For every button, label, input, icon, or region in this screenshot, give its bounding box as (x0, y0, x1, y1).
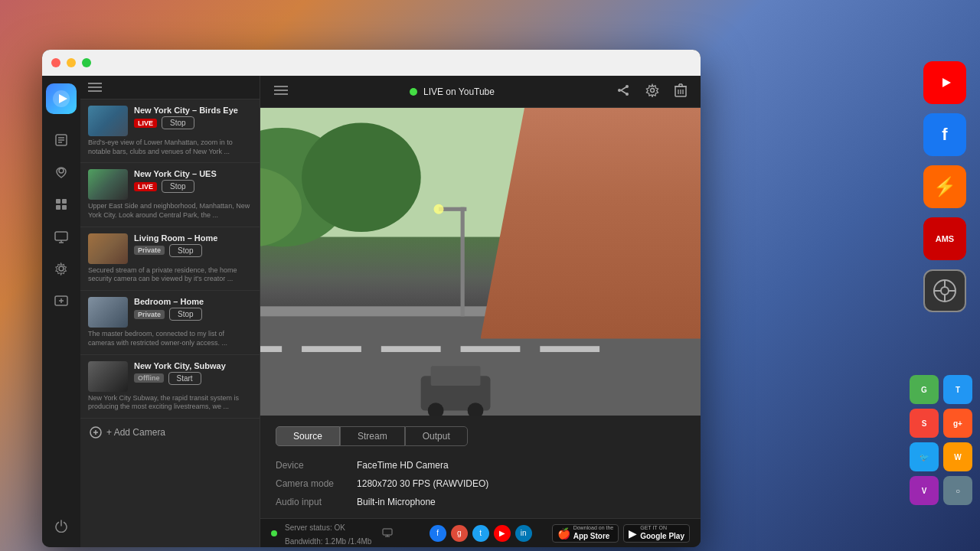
app-logo[interactable] (46, 83, 77, 114)
svg-rect-56 (580, 197, 599, 227)
camera-item-living-room[interactable]: Living Room – Home Private Stop Secured … (80, 227, 260, 291)
svg-point-37 (618, 89, 621, 92)
svg-rect-75 (383, 529, 392, 535)
sidebar-icon-settings[interactable] (47, 255, 75, 282)
delete-icon-button[interactable] (671, 80, 690, 103)
app-store-badge[interactable]: 🍎 Download on the App Store (552, 524, 619, 543)
sidebar-icon-grid[interactable] (47, 191, 75, 218)
status-badge-nyc1: LIVE (134, 119, 157, 128)
svg-rect-62 (260, 306, 701, 316)
menu-icon[interactable] (271, 82, 291, 102)
small-icon-tw[interactable]: 🐦 (910, 442, 939, 471)
app-store-name: App Store (573, 532, 614, 541)
social-google[interactable]: g (451, 525, 468, 542)
svg-rect-72 (431, 366, 481, 386)
svg-point-22 (59, 266, 64, 271)
desktop-icon-thunder[interactable]: ⚡ (923, 165, 966, 208)
svg-rect-18 (62, 205, 67, 210)
sidebar-icon-location[interactable] (47, 158, 75, 186)
top-bar-right (613, 80, 690, 103)
main-window: New York City – Birds Eye LIVE Stop Bird… (42, 50, 701, 547)
maximize-button[interactable] (82, 58, 91, 67)
status-badge-subway: Offline (134, 373, 164, 383)
google-play-badge[interactable]: ▶ GET IT ON Google Play (623, 524, 690, 543)
social-linkedin[interactable]: in (515, 525, 532, 542)
tab-stream[interactable]: Stream (340, 426, 405, 446)
stop-button-nyc1[interactable]: Stop (162, 116, 194, 129)
camera-item-subway[interactable]: New York City, Subway Offline Start New … (80, 355, 260, 419)
google-play-name: Google Play (640, 532, 684, 541)
status-bar: Server status: OK Bandwidth: 1.2Mb /1.4M… (260, 518, 701, 547)
camera-info-nyc2: New York City – UES LIVE Stop (134, 169, 252, 194)
social-icons: f g t ▶ in (430, 525, 532, 542)
stop-button-living[interactable]: Stop (169, 244, 202, 257)
camera-item-nyc-birds-eye[interactable]: New York City – Birds Eye LIVE Stop Bird… (80, 99, 260, 163)
small-icon-g2[interactable]: g+ (943, 409, 972, 438)
close-button[interactable] (51, 58, 60, 67)
tab-output[interactable]: Output (405, 426, 468, 446)
camera-name-bedroom: Bedroom – Home (134, 297, 252, 306)
social-twitter[interactable]: t (472, 525, 489, 542)
camera-info-subway: New York City, Subway Offline Start (134, 361, 252, 386)
social-youtube[interactable]: ▶ (494, 525, 511, 542)
tab-source[interactable]: Source (276, 426, 340, 446)
small-icon-s[interactable]: S (910, 409, 939, 438)
desktop-icon-facebook[interactable]: f (923, 113, 966, 156)
svg-rect-58 (639, 197, 659, 227)
desktop-icon-sniper[interactable] (923, 269, 966, 312)
sidebar-icon-display[interactable] (47, 223, 75, 250)
live-indicator-dot (410, 88, 417, 96)
camera-thumb-living (88, 233, 128, 264)
camera-thumb-bedroom (88, 297, 128, 328)
tab-row: Source Stream Output (276, 426, 685, 446)
camera-item-nyc-ues[interactable]: New York City – UES LIVE Stop Upper East… (80, 163, 260, 227)
svg-rect-19 (55, 232, 67, 240)
svg-rect-16 (62, 199, 67, 204)
small-icon-v[interactable]: V (910, 476, 939, 505)
desktop-icon-ams[interactable]: AMS (923, 217, 966, 260)
start-button-subway[interactable]: Start (168, 372, 201, 385)
camera-name-nyc2: New York City – UES (134, 169, 252, 178)
camera-item-bedroom[interactable]: Bedroom – Home Private Stop The master b… (80, 291, 260, 354)
svg-rect-15 (56, 199, 60, 204)
small-icon-g[interactable]: G (910, 375, 939, 404)
status-badge-living: Private (134, 246, 165, 255)
server-status-text: Server status: OK Bandwidth: 1.2Mb /1.4M… (285, 520, 371, 547)
svg-rect-68 (461, 207, 465, 317)
sidebar-icon-power[interactable] (47, 512, 75, 540)
camera-desc-living: Secured stream of a private residence, t… (88, 266, 252, 284)
stop-button-bedroom[interactable]: Stop (169, 308, 202, 321)
status-ok-text: Server status: OK (285, 523, 345, 532)
camera-name-nyc1: New York City – Birds Eye (134, 106, 252, 115)
minimize-button[interactable] (67, 58, 76, 67)
svg-rect-67 (540, 346, 599, 352)
svg-point-35 (626, 85, 629, 88)
small-icon-extra[interactable]: ○ (943, 476, 972, 505)
sidebar-icon-book[interactable] (47, 126, 75, 154)
camera-desc-nyc2: Upper East Side and neighborhood, Manhat… (88, 202, 252, 220)
small-icon-w[interactable]: W (943, 442, 972, 471)
add-camera-button[interactable]: + Add Camera (80, 419, 260, 446)
social-facebook[interactable]: f (430, 525, 446, 542)
svg-rect-66 (461, 346, 521, 352)
svg-rect-52 (580, 148, 599, 178)
camera-thumb-nyc2 (88, 169, 128, 200)
camera-desc-nyc1: Bird's-eye view of Lower Manhattan, zoom… (88, 139, 252, 156)
camera-status-row-living: Private Stop (134, 244, 252, 257)
settings-icon-button[interactable] (642, 80, 662, 103)
camera-mode-value: 980x551 30 FPS (RAWVIDEO) (357, 478, 685, 489)
svg-rect-54 (639, 148, 659, 178)
sidebar-icon-add[interactable] (47, 287, 75, 315)
title-bar (42, 50, 701, 76)
device-value: FaceTime HD Camera (357, 460, 685, 471)
svg-rect-64 (302, 346, 361, 352)
server-status-dot (271, 530, 277, 536)
svg-point-70 (434, 204, 444, 214)
small-icon-t[interactable]: T (943, 375, 972, 404)
bandwidth-icon (382, 527, 393, 540)
stop-button-nyc2[interactable]: Stop (162, 180, 194, 193)
desktop-icon-youtube[interactable] (923, 61, 966, 104)
camera-info-living: Living Room – Home Private Stop (134, 233, 252, 259)
camera-list-header (80, 76, 260, 99)
share-icon-button[interactable] (613, 80, 633, 103)
